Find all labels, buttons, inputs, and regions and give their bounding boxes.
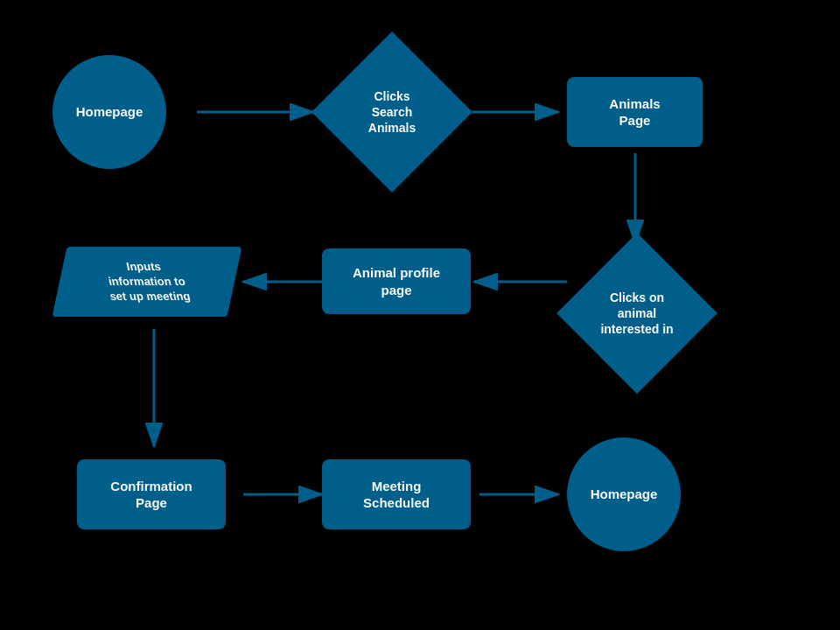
- animals-page-node: AnimalsPage: [567, 77, 703, 147]
- animal-profile-node: Animal profilepage: [322, 248, 471, 314]
- homepage-end-node: Homepage: [567, 438, 681, 551]
- meeting-scheduled-node: MeetingScheduled: [322, 459, 471, 529]
- clicks-animal-node: Clicks onanimalinterested in: [567, 243, 707, 383]
- clicks-search-animals-node: ClicksSearchAnimals: [313, 42, 471, 182]
- confirmation-page-node: ConfirmationPage: [77, 459, 226, 529]
- homepage-start-node: Homepage: [52, 55, 166, 169]
- inputs-info-node: Inputsinformation toset up meeting: [60, 247, 234, 317]
- flowchart-diagram: Homepage ClicksSearchAnimals AnimalsPage…: [0, 0, 840, 630]
